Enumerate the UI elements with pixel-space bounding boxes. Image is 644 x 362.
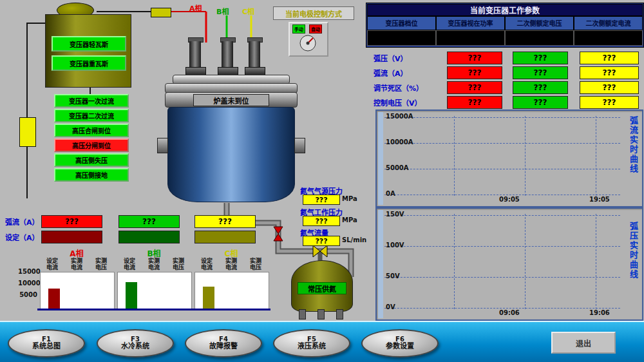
trend1-gridline-v — [454, 116, 455, 196]
furnace-shell — [167, 107, 295, 202]
gas-source-pressure-unit: MPa — [342, 195, 357, 202]
phase-a-label: A相 — [189, 3, 202, 13]
bar-ytick-15000: 15000 — [18, 268, 37, 275]
top-busbar-box — [151, 8, 171, 17]
bar-plot-b — [117, 272, 192, 309]
status-hv-open-position: 高压分闸到位 — [54, 138, 129, 152]
trend2-xtick: 19:06 — [589, 309, 610, 316]
bar-b-col-meas-voltage: 实测电压 — [166, 258, 191, 271]
bar-ytick-10000: 10000 — [18, 280, 37, 287]
nav-button-f4-fault-alarm[interactable]: F4故障报警 — [185, 329, 262, 357]
trend1-left-strip — [378, 112, 383, 205]
nav-button-f5-hydraulic[interactable]: F5液压系统 — [273, 329, 350, 357]
trend2-gridline — [384, 215, 620, 216]
trend2-ytick: 100V — [386, 242, 404, 249]
deadband-a-value: ??? — [447, 81, 502, 94]
trend1-title: 弧流实时曲线 — [627, 116, 639, 174]
bar-phase-b-label: B相 — [117, 249, 191, 257]
bar-a-col-meas-current: 实测电流 — [64, 258, 89, 271]
arc-current-c-value: ??? — [580, 66, 639, 79]
mode-dial[interactable] — [296, 33, 319, 53]
nav-button-f1-system-overview[interactable]: F1系统总图 — [8, 329, 85, 357]
trend1-gridline — [384, 117, 620, 118]
params-value-tap — [367, 30, 436, 46]
arc-voltage-row-label: 弧压（V） — [374, 52, 408, 63]
bar-b-set-current — [126, 282, 137, 309]
setpoint-display-b — [118, 231, 180, 243]
manual-mode-button[interactable]: 手动 — [292, 24, 305, 33]
trend1-xtick: 19:05 — [589, 196, 610, 203]
transformer-light-gas-lamp: 变压器轻瓦斯 — [52, 36, 126, 52]
control-voltage-c-value: ??? — [580, 96, 639, 109]
params-col-rated-current: 二次侧额定电流 — [574, 16, 643, 30]
status-secondary-overcurrent: 变压器二次过流 — [54, 109, 129, 122]
trend1-ytick: 15000A — [386, 113, 413, 120]
vessel-leg — [317, 309, 325, 319]
trend1-gridline-v — [525, 116, 526, 196]
arc-current-b-value: ??? — [513, 66, 568, 79]
electrode-a — [189, 41, 201, 68]
trend2-gridline — [384, 308, 620, 309]
params-col-rated-voltage: 二次侧额定电压 — [505, 16, 574, 30]
gas-flow-unit: SL/min — [342, 236, 366, 243]
bar-baseline-c — [192, 309, 270, 310]
gas-source-pressure-value: ??? — [303, 195, 340, 205]
gas-work-pressure-unit: MPa — [342, 216, 357, 224]
trend2-ytick: 0V — [386, 303, 395, 310]
electrode-b — [222, 41, 233, 68]
nav-button-f6-settings[interactable]: F6参数设置 — [361, 329, 439, 357]
params-col-tap: 变压器档位 — [367, 16, 436, 30]
trend2-gridline-v — [454, 214, 455, 309]
params-value-rated-voltage — [505, 30, 574, 46]
control-voltage-b-value: ??? — [513, 96, 568, 109]
arc-current-display-c: ??? — [194, 215, 256, 228]
arc-voltage-b-value: ??? — [513, 52, 568, 64]
nitrogen-vessel-label: 常压供氮 — [298, 282, 346, 294]
gas-work-pressure-value: ??? — [303, 216, 340, 226]
trend2-gridline-v — [596, 214, 596, 309]
nav-button-f3-water-cooling[interactable]: F3水冷系统 — [97, 329, 174, 357]
bar-a-set-current — [48, 289, 60, 309]
params-value-rated-current — [574, 30, 643, 46]
electrode-c — [249, 41, 260, 68]
trend1-xtick: 09:05 — [499, 196, 520, 203]
deadband-row-label: 调节死区（%） — [374, 82, 423, 93]
arc-voltage-a-value: ??? — [447, 52, 502, 64]
auto-mode-button[interactable]: 自动 — [309, 24, 322, 33]
bar-phase-c-label: C相 — [194, 249, 268, 257]
control-voltage-row-label: 控制电压（V） — [374, 97, 422, 108]
left-isolator-box — [19, 117, 36, 147]
bar-a-col-set-current: 设定电流 — [40, 258, 64, 271]
params-table-title: 当前变压器工作参数 — [367, 4, 643, 16]
trend1-gridline — [384, 169, 620, 169]
gas-flow-value: ??? — [303, 236, 340, 246]
bar-baseline-b — [115, 309, 193, 310]
trend2-xtick: 09:06 — [499, 309, 520, 316]
bar-a-col-meas-voltage: 实测电压 — [89, 258, 113, 271]
deadband-b-value: ??? — [513, 81, 568, 94]
bar-b-col-set-current: 设定电流 — [117, 258, 142, 271]
trend2-title: 弧压实时曲线 — [627, 222, 639, 280]
bar-plot-a — [40, 272, 115, 309]
arc-voltage-trend-chart: 150V 100V 50V 0V 09:06 19:06 弧压实时曲线 — [375, 207, 643, 321]
trend1-gridline-v — [596, 116, 596, 196]
status-hv-voltage-loss: 高压侧失压 — [54, 153, 129, 167]
arc-current-trend-chart: 15000A 10000A 5000A 0A 09:05 19:05 弧流实时曲… — [375, 110, 643, 207]
params-value-apparent-power — [436, 30, 505, 46]
arc-current-row-label: 弧流（A） — [374, 67, 408, 78]
red-valve-icon — [274, 227, 283, 234]
exit-button[interactable]: 退出 — [551, 332, 616, 354]
params-col-apparent-power: 变压器视在功率 — [436, 16, 505, 30]
trend2-gridline — [384, 246, 620, 247]
transformer-heavy-gas-lamp: 变压器重瓦斯 — [52, 55, 126, 71]
trend2-ytick: 50V — [386, 272, 400, 280]
trend1-ytick: 0A — [386, 190, 395, 197]
arc-current-display-a: ??? — [41, 215, 102, 228]
hmi-screen: 变压器轻瓦斯 变压器重瓦斯 A相 B相 C相 变压器一次过流 变压器二次过流 高… — [0, 0, 644, 362]
furnace-trunnion-right — [294, 138, 305, 153]
arc-current-display-label: 弧流（A） — [5, 216, 39, 227]
trend1-gridline — [384, 195, 620, 195]
bar-phase-a-label: A相 — [40, 249, 113, 257]
bar-plot-c — [194, 272, 269, 309]
trend1-gridline — [384, 143, 620, 144]
